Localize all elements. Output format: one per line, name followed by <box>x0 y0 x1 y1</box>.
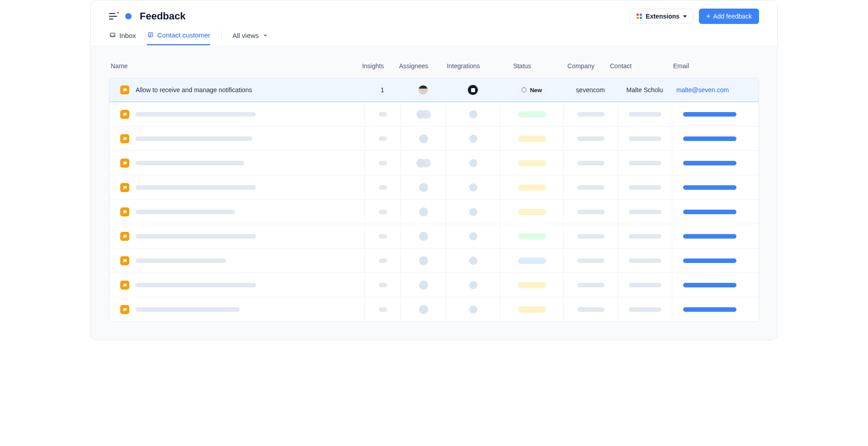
contact-placeholder <box>629 112 661 117</box>
column-name[interactable]: Name <box>111 62 355 70</box>
column-insights[interactable]: Insights <box>355 62 391 70</box>
table-row[interactable]: Allow to receive and manage notification… <box>109 78 759 102</box>
email-placeholder <box>683 185 736 190</box>
insights-placeholder <box>379 161 387 165</box>
integration-placeholder <box>469 135 477 143</box>
assignee-placeholder <box>419 207 428 216</box>
column-email[interactable]: Email <box>662 62 753 70</box>
list-icon <box>147 32 154 38</box>
column-contact[interactable]: Contact <box>608 62 662 70</box>
status-pill[interactable]: New <box>516 85 547 95</box>
integration-placeholder <box>469 257 477 265</box>
company-placeholder <box>577 112 604 117</box>
insights-placeholder <box>379 136 387 141</box>
extensions-button[interactable]: Extensions <box>630 9 693 24</box>
integration-placeholder <box>469 305 477 314</box>
integration-placeholder <box>469 110 477 118</box>
status-label: New <box>530 87 542 94</box>
contact-placeholder <box>629 185 661 190</box>
status-placeholder <box>518 233 546 239</box>
table-row[interactable] <box>109 297 759 321</box>
table-row[interactable] <box>109 175 759 199</box>
email-placeholder <box>683 307 736 312</box>
feedback-item-icon <box>120 134 129 143</box>
row-name-placeholder <box>136 161 244 165</box>
status-placeholder <box>518 136 546 142</box>
table-row[interactable] <box>109 199 759 224</box>
insights-placeholder <box>379 258 387 263</box>
feedback-item-icon <box>120 256 129 265</box>
plus-icon: + <box>706 13 710 20</box>
table-row[interactable] <box>109 248 759 272</box>
feedback-item-icon <box>120 159 129 168</box>
status-spinner-icon <box>521 87 527 93</box>
integration-placeholder <box>469 159 477 167</box>
table-row[interactable] <box>109 224 759 248</box>
status-placeholder <box>518 111 546 117</box>
assignee-placeholder <box>419 232 428 241</box>
integration-badge[interactable] <box>468 85 478 95</box>
row-insights: 1 <box>364 86 401 94</box>
insights-placeholder <box>379 112 387 117</box>
status-placeholder <box>518 258 546 264</box>
assignee-placeholder <box>419 256 428 265</box>
feedback-item-icon <box>120 281 129 290</box>
email-placeholder <box>683 258 736 263</box>
insights-placeholder <box>379 185 387 190</box>
add-feedback-button[interactable]: + Add feedback <box>699 9 759 24</box>
insights-placeholder <box>379 283 387 287</box>
notification-dot-icon <box>116 11 120 14</box>
company-placeholder <box>577 136 604 141</box>
status-placeholder <box>518 184 546 191</box>
contact-placeholder <box>629 307 661 312</box>
feedback-item-icon <box>120 207 129 216</box>
insights-placeholder <box>379 210 387 214</box>
table-header: Name Insights Assignees Integrations Sta… <box>109 57 759 78</box>
page-title: Feedback <box>140 10 186 22</box>
all-views-label: All views <box>232 32 259 39</box>
column-assignees[interactable]: Assignees <box>391 62 436 70</box>
tab-contact-customer[interactable]: Contact customer <box>147 31 211 45</box>
feedback-item-icon <box>120 183 129 192</box>
contact-placeholder <box>629 283 661 287</box>
email-placeholder <box>683 112 736 117</box>
caret-down-icon <box>683 15 687 18</box>
insights-placeholder <box>379 234 387 239</box>
row-name-placeholder <box>136 136 252 141</box>
row-email-link[interactable]: malte@seven.com <box>676 86 729 94</box>
table-row[interactable] <box>109 272 759 297</box>
contact-placeholder <box>629 210 661 214</box>
integration-placeholder <box>469 183 477 192</box>
status-placeholder <box>518 160 546 166</box>
menu-toggle[interactable] <box>109 13 117 19</box>
status-placeholder <box>518 209 546 215</box>
contact-placeholder <box>629 136 661 141</box>
company-placeholder <box>577 283 604 287</box>
assignee-placeholder <box>416 159 431 168</box>
status-placeholder <box>518 306 546 313</box>
tab-inbox[interactable]: Inbox <box>109 32 136 45</box>
extensions-label: Extensions <box>646 13 679 20</box>
contact-placeholder <box>629 234 661 239</box>
table-row[interactable] <box>109 150 759 175</box>
column-integrations[interactable]: Integrations <box>436 62 491 70</box>
table-row[interactable] <box>109 126 759 150</box>
contact-placeholder <box>629 258 661 263</box>
company-placeholder <box>577 185 604 190</box>
all-views-dropdown[interactable]: All views <box>232 32 268 45</box>
insights-placeholder <box>379 307 387 312</box>
tab-divider <box>221 30 222 40</box>
assignee-placeholder <box>419 305 428 314</box>
row-name-placeholder <box>136 112 256 117</box>
feedback-item-icon <box>120 110 129 119</box>
row-name-placeholder <box>136 210 235 214</box>
email-placeholder <box>683 161 736 165</box>
row-name-placeholder <box>136 185 256 190</box>
row-name-placeholder <box>136 234 256 239</box>
company-placeholder <box>577 210 604 214</box>
assignee-avatar[interactable] <box>418 85 428 95</box>
email-placeholder <box>683 283 736 287</box>
table-row[interactable] <box>109 102 759 126</box>
column-company[interactable]: Company <box>554 62 608 70</box>
column-status[interactable]: Status <box>491 62 554 70</box>
